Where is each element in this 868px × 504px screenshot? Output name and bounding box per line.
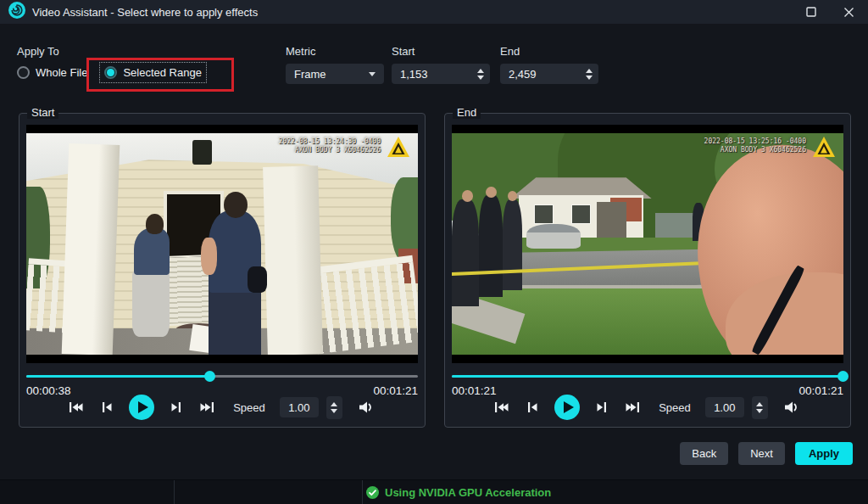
video-assistant-dialog: Video Assistant - Select where to apply … <box>0 0 868 504</box>
radio-whole-file-label: Whole File <box>36 66 87 79</box>
play-button[interactable] <box>129 395 154 420</box>
end-frame-stepper[interactable] <box>586 64 593 84</box>
play-icon <box>564 401 574 413</box>
speed-input[interactable]: 1.00 <box>705 397 744 417</box>
porch-column <box>263 165 322 355</box>
spinner-down-icon <box>331 409 337 413</box>
radio-unchecked-icon <box>17 66 30 79</box>
maximize-button[interactable] <box>804 5 818 19</box>
officer-figure <box>503 199 522 290</box>
start-label: Start <box>392 45 490 58</box>
end-panel-label: End <box>453 106 481 119</box>
speed-stepper[interactable] <box>752 396 768 419</box>
footer-actions: Back Next Apply <box>680 442 853 465</box>
speed-label: Speed <box>659 401 691 414</box>
bodycam-overlay-text: 2022-08-15 13:25:16 -0400 AXON BODY 3 X6… <box>704 137 806 154</box>
bodycam-overlay-text: 2022-08-15 13:24:30 -0400 AXON BODY 3 X6… <box>279 137 381 154</box>
person-figure <box>132 271 170 337</box>
seek-progress <box>26 375 210 378</box>
metric-dropdown[interactable]: Frame <box>286 64 384 84</box>
end-video-preview[interactable]: 2022-08-15 13:25:16 -0400 AXON BODY 3 X6… <box>452 125 843 363</box>
statusbar-divider <box>362 480 363 504</box>
window-title: Video Assistant - Select where to apply … <box>32 6 258 19</box>
start-transport-controls: Speed 1.00 <box>19 393 425 422</box>
volume-button[interactable] <box>357 399 377 416</box>
apply-to-label: Apply To <box>17 45 59 58</box>
check-circle-icon <box>366 486 379 499</box>
speed-value: 1.00 <box>288 401 309 414</box>
skip-to-end-button[interactable] <box>623 400 642 415</box>
radio-selected-range[interactable]: Selected Range <box>102 64 204 81</box>
seek-thumb[interactable] <box>837 371 849 382</box>
speed-value: 1.00 <box>714 401 735 414</box>
start-panel-label: Start <box>27 106 58 119</box>
house-window <box>571 204 591 224</box>
spinner-up-icon <box>586 69 593 73</box>
end-field: End 2,459 <box>500 45 598 84</box>
gpu-status-text: Using NVIDIA GPU Acceleration <box>385 486 551 499</box>
skip-to-start-button[interactable] <box>67 400 86 415</box>
spinner-up-icon <box>477 69 484 73</box>
officer-figure <box>462 190 474 202</box>
end-frame-input[interactable]: 2,459 <box>500 64 598 84</box>
end-transport-controls: Speed 1.00 <box>445 393 850 422</box>
play-button[interactable] <box>554 395 580 420</box>
speed-input[interactable]: 1.00 <box>280 397 319 417</box>
start-field: Start 1,153 <box>392 45 490 84</box>
gpu-status: Using NVIDIA GPU Acceleration <box>366 480 551 504</box>
porch-column <box>62 143 120 355</box>
metric-label: Metric <box>286 45 384 58</box>
close-button[interactable] <box>842 5 856 20</box>
person-figure <box>134 228 170 275</box>
spinner-up-icon <box>756 402 763 406</box>
radio-selected-range-label: Selected Range <box>123 66 202 79</box>
start-frame-value: 1,153 <box>400 68 428 81</box>
porch-railing <box>308 255 418 354</box>
end-video-frame: 2022-08-15 13:25:16 -0400 AXON BODY 3 X6… <box>452 133 843 355</box>
start-seek-bar[interactable] <box>26 370 418 383</box>
start-frame-input[interactable]: 1,153 <box>392 64 490 84</box>
spinner-down-icon <box>477 76 484 80</box>
officer-figure <box>486 187 497 199</box>
seek-progress <box>452 375 843 378</box>
metric-dropdown-value: Frame <box>294 68 326 81</box>
end-seek-bar[interactable] <box>452 370 843 383</box>
metric-field: Metric Frame <box>286 45 384 84</box>
porch-light <box>192 140 212 165</box>
previous-frame-button[interactable] <box>100 400 114 415</box>
speed-label: Speed <box>233 401 265 414</box>
skip-to-start-button[interactable] <box>492 400 511 415</box>
speed-stepper[interactable] <box>326 396 342 419</box>
volume-button[interactable] <box>782 399 803 416</box>
statusbar-divider <box>174 480 175 504</box>
end-frame-value: 2,459 <box>509 68 537 81</box>
previous-frame-button[interactable] <box>526 400 540 415</box>
house-porch <box>597 202 626 242</box>
officer-figure <box>248 266 267 293</box>
window-controls <box>804 5 860 20</box>
end-label: End <box>500 45 598 58</box>
house-window <box>534 204 554 224</box>
statusbar: Using NVIDIA GPU Acceleration <box>0 479 868 504</box>
radio-checked-icon <box>104 66 117 79</box>
titlebar: Video Assistant - Select where to apply … <box>0 0 868 24</box>
axon-logo-icon <box>387 137 409 160</box>
next-frame-button[interactable] <box>169 400 183 415</box>
next-button[interactable]: Next <box>738 442 785 465</box>
skip-to-end-button[interactable] <box>198 400 216 415</box>
person-figure <box>146 214 164 233</box>
spinner-up-icon <box>331 402 337 406</box>
end-preview-panel: End <box>444 113 851 428</box>
start-frame-stepper[interactable] <box>477 64 484 84</box>
start-preview-panel: Start <box>19 113 426 428</box>
start-video-preview[interactable]: 2022-08-15 13:24:30 -0400 AXON BODY 3 X6… <box>26 125 418 363</box>
officer-figure <box>479 195 503 297</box>
apply-button[interactable]: Apply <box>795 442 853 465</box>
axon-logo-icon <box>813 137 835 160</box>
back-button[interactable]: Back <box>680 442 728 465</box>
seek-thumb[interactable] <box>204 371 215 382</box>
next-frame-button[interactable] <box>594 400 609 415</box>
start-video-frame: 2022-08-15 13:24:30 -0400 AXON BODY 3 X6… <box>26 133 418 355</box>
chevron-down-icon <box>369 72 376 76</box>
radio-whole-file[interactable]: Whole File <box>14 64 90 81</box>
